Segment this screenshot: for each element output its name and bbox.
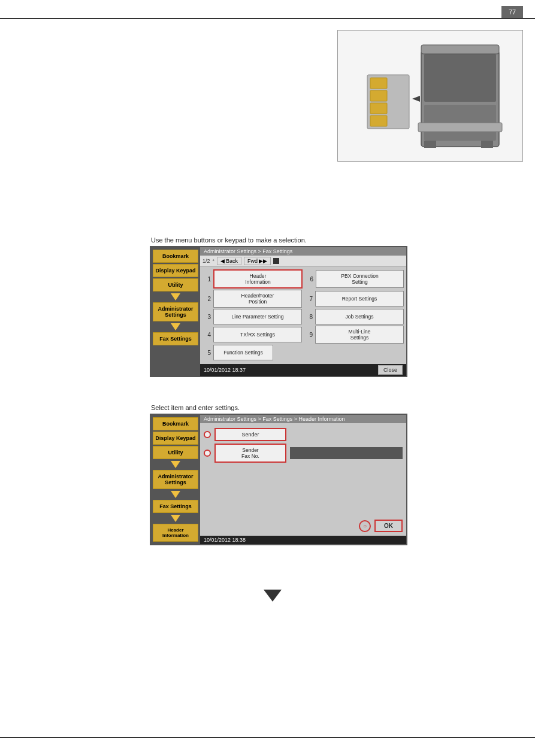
svg-rect-4 [421,45,499,54]
menu-item-4[interactable]: TX/RX Settings [213,327,302,342]
menu-item-6[interactable]: PBX ConnectionSetting [316,270,404,288]
top-divider [0,18,535,19]
svg-rect-7 [370,90,387,101]
svg-rect-1 [424,54,496,102]
menu-item-8[interactable]: Job Settings [315,309,404,324]
sender-input[interactable]: Sender [214,428,286,441]
menu-row-1-6: 1 HeaderInformation 6 PBX ConnectionSett… [202,269,404,289]
screen2-sidebar: Bookmark Display Keypad Utility Administ… [151,415,200,544]
screen2-wrapper: Bookmark Display Keypad Utility Administ… [150,414,407,545]
screen1-main: Administrator Settings > Fax Settings 1/… [200,247,406,376]
sidebar-btn-display-keypad[interactable]: Display Keypad [153,264,198,277]
menu-item-1[interactable]: HeaderInformation [213,269,303,289]
menu-row-4-9: 4 TX/RX Settings 9 Multi-LineSettings [202,326,404,344]
circle-marker-2 [204,450,211,457]
screen1-wrapper: Bookmark Display Keypad Utility Administ… [150,246,407,377]
timestamp2: 10/01/2012 18:38 [204,537,246,543]
page-indicator: 1/2 [202,258,210,264]
sidebar-btn-utility[interactable]: Utility [153,278,198,292]
arrow4 [153,490,198,499]
menu-num-7: 7 [304,296,313,302]
screen2-instruction: Select item and enter settings. [150,404,407,411]
menu-num-8: 8 [304,314,313,320]
nav-bar1: 1/2 * ◀ Back Fwd ▶▶ [200,256,406,267]
arrow-down-icon3 [171,461,180,468]
breadcrumb1: Administrator Settings > Fax Settings [200,247,406,256]
menu-num-4: 4 [202,332,211,338]
arrow-down-icon4 [171,491,180,498]
ok-button[interactable]: OK [374,520,403,532]
arrow5 [153,514,198,523]
form-footer: ○ OK [200,517,406,535]
faxno-bar [290,447,403,459]
form-items: Sender SenderFax No. [200,423,406,467]
menu-num-2: 2 [202,296,211,302]
svg-rect-9 [370,116,387,126]
circle-marker-1 [204,431,211,438]
menu-row-2-7: 2 Header/FooterPosition 7 Report Setting… [202,290,404,308]
menu-row-3-8: 3 Line Parameter Setting 8 Job Settings [202,309,404,324]
svg-rect-6 [370,78,387,89]
screen2-main: Administrator Settings > Fax Settings > … [200,415,406,544]
big-arrow-down-icon [264,590,282,602]
sidebar-btn2-admin[interactable]: Administrator Settings [153,470,198,489]
printer-illustration [349,39,511,153]
sidebar-btn2-fax[interactable]: Fax Settings [153,500,198,513]
back-button[interactable]: ◀ Back [217,257,241,265]
menu-num-1: 1 [202,276,211,283]
sidebar-btn-fax[interactable]: Fax Settings [153,332,198,345]
arrow-down-icon2 [171,323,180,330]
sidebar-btn2-bookmark[interactable]: Bookmark [153,417,198,430]
menu-item-9[interactable]: Multi-LineSettings [315,326,404,344]
close-button[interactable]: Close [378,365,403,375]
form-row-faxno: SenderFax No. [204,444,403,463]
svg-rect-3 [418,123,502,132]
menu-item-2[interactable]: Header/FooterPosition [213,290,302,308]
sidebar-btn2-header[interactable]: HeaderInformation [153,524,198,542]
nav-square [273,258,279,264]
svg-rect-8 [370,103,387,114]
arrow3 [153,460,198,469]
menu-num-3: 3 [202,314,211,320]
breadcrumb2: Administrator Settings > Fax Settings > … [200,415,406,423]
form-row-sender: Sender [204,428,403,441]
menu-row-5: 5 Function Settings [202,345,404,360]
status-bar1: 10/01/2012 18:37 Close [200,364,406,376]
menu-num-9: 9 [304,332,313,338]
bottom-divider [0,737,535,738]
ok-circle-marker: ○ [359,520,371,532]
menu-num-5: 5 [202,350,211,356]
arrow-down-icon5 [171,515,180,522]
forward-button[interactable]: Fwd ▶▶ [244,257,271,265]
arrow-down-icon [171,293,180,300]
menu-num-6: 6 [305,276,313,283]
svg-marker-10 [412,96,420,102]
printer-image [337,30,523,162]
screen2-container: Select item and enter settings. Bookmark… [150,404,407,545]
menu-item-5[interactable]: Function Settings [213,345,273,360]
arrow1 [153,293,198,301]
screen1-instruction: Use the menu buttons or keypad to make a… [150,236,407,244]
page-number: 77 [501,6,523,18]
svg-rect-12 [481,141,493,148]
screen1-sidebar: Bookmark Display Keypad Utility Administ… [151,247,200,376]
sidebar-btn2-utility[interactable]: Utility [153,446,198,459]
screen1-container: Use the menu buttons or keypad to make a… [150,236,407,377]
timestamp1: 10/01/2012 18:37 [204,367,246,373]
menu-item-3[interactable]: Line Parameter Setting [213,309,302,324]
sidebar-btn-admin[interactable]: Administrator Settings [153,302,198,321]
svg-rect-11 [424,141,436,148]
menu-grid: 1 HeaderInformation 6 PBX ConnectionSett… [200,267,406,363]
menu-item-7[interactable]: Report Settings [315,291,404,306]
sender-faxno-input[interactable]: SenderFax No. [214,444,286,463]
status-bar2: 10/01/2012 18:38 [200,536,406,544]
sidebar-btn-bookmark[interactable]: Bookmark [153,250,198,263]
sidebar-btn2-display-keypad[interactable]: Display Keypad [153,432,198,445]
arrow2 [153,323,198,331]
